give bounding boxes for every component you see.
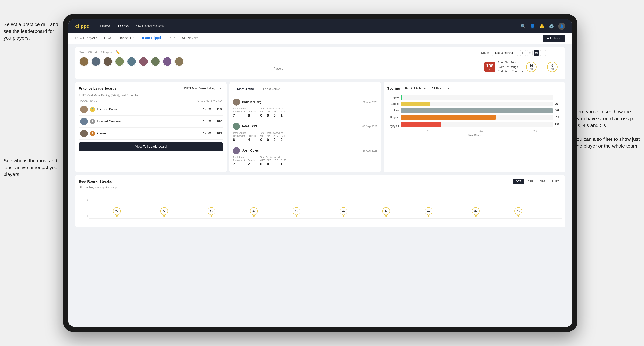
table-view-btn[interactable]: ≣ — [540, 50, 546, 56]
streak-filter-arg[interactable]: ARG — [537, 179, 548, 184]
show-period-select[interactable]: Last 3 months — [492, 50, 518, 56]
sub-nav-all-players[interactable]: All Players — [182, 36, 198, 41]
streak-node-10: 3x — [514, 207, 522, 217]
lb-avatar-2 — [80, 118, 88, 125]
lb-name-2: Edward Crossman — [97, 120, 198, 123]
streak-node-6: 4x — [340, 207, 348, 217]
leaderboard-dropdown[interactable]: PUTT Must Make Putting ... ▾ — [182, 86, 223, 91]
activity-player-3-stats: Total Rounds Tournament7 Practice2 Total… — [233, 156, 377, 166]
sub-nav-pgat[interactable]: PGAT Players — [75, 36, 97, 41]
bar-row-pars: Pars 499 — [387, 108, 562, 113]
shot-circle-end: 0 yds — [547, 62, 558, 72]
leaderboard-title: Practice Leaderboards — [79, 86, 116, 91]
streak-filter-app[interactable]: APP — [525, 179, 536, 184]
lb-avg-1: 110 — [213, 107, 222, 111]
bar-value-pars: 499 — [555, 109, 562, 112]
user-icon[interactable]: 👤 — [530, 24, 535, 29]
nav-bar: clippd Home Teams My Performance 🔍 👤 🔔 ⚙… — [68, 19, 572, 33]
bar-fill-bogeys — [401, 115, 496, 120]
lb-rank-3: 3 — [90, 131, 95, 136]
bar-fill-pars — [401, 108, 553, 113]
bar-label-bogeys: Bogeys — [387, 116, 399, 119]
bar-label-dbogeys: D. Bogeys + — [387, 121, 399, 128]
scoring-title: Scoring — [387, 86, 400, 91]
avatar[interactable]: 👤 — [558, 23, 565, 30]
lb-score-3: 17/20 — [200, 132, 211, 135]
lb-score-1: 19/20 — [200, 107, 211, 111]
streak-node-5: 5x — [292, 207, 300, 217]
leaderboard-card: Practice Leaderboards PUTT Must Make Put… — [75, 82, 226, 173]
add-team-button[interactable]: Add Team — [543, 35, 565, 42]
nav-link-home[interactable]: Home — [100, 24, 110, 28]
pa-avatar-3 — [233, 147, 240, 154]
bell-icon[interactable]: 🔔 — [539, 24, 544, 29]
pa-rounds-1: Total Rounds Tournament7 Practice6 — [233, 107, 256, 118]
shot-card: 198 SC Shot Dist: 16 yds Start Lie: Roug… — [481, 57, 561, 77]
bar-container-birdies — [401, 102, 553, 106]
bar-label-birdies: Birdies — [387, 102, 399, 106]
scoring-player-filter[interactable]: All Players — [428, 86, 450, 91]
search-icon[interactable]: 🔍 — [520, 24, 526, 29]
pa-avatar-1 — [233, 99, 240, 106]
sub-nav-hcaps[interactable]: Hcaps 1-5 — [118, 36, 134, 41]
streak-node-2: 6x — [160, 207, 168, 217]
chevron-down-icon: ▾ — [220, 87, 221, 90]
leaderboard-table-header: PLAYER NAME PB SCORE PB AVG SQ — [79, 99, 223, 102]
activity-player-3-header: Josh Coles 26 Aug 2023 — [233, 147, 377, 154]
sub-nav-tour[interactable]: Tour — [168, 36, 175, 41]
bar-chart: Eagles 3 Birdies 96 — [387, 95, 562, 128]
lb-rank-1: 🥇 — [90, 107, 95, 112]
nav-link-performance[interactable]: My Performance — [136, 24, 164, 28]
team-title: Team Clippd 14 Players — [80, 50, 112, 54]
bar-row-dbogeys: D. Bogeys + 131 — [387, 121, 562, 128]
bar-row-bogeys: Bogeys 311 — [387, 115, 562, 120]
streak-filter-ott[interactable]: OTT — [513, 179, 524, 184]
player-avatar-4 — [115, 57, 124, 66]
pa-name-2: Rees Britt — [242, 124, 360, 128]
activity-tabs: Most Active Least Active — [233, 86, 377, 93]
pa-date-3: 26 Aug 2023 — [362, 149, 377, 152]
tab-least-active[interactable]: Least Active — [259, 86, 284, 93]
tablet-frame: clippd Home Teams My Performance 🔍 👤 🔔 ⚙… — [63, 14, 578, 332]
player-avatar-7 — [151, 57, 160, 66]
bar-fill-eagles — [401, 95, 402, 100]
player-avatar-6 — [139, 57, 148, 66]
bar-label-eagles: Eagles — [387, 96, 399, 99]
streaks-chart: 6 4 7x — [79, 192, 562, 224]
chart-area: 7x 6x 6x — [89, 192, 562, 219]
card-view-btn[interactable]: ▦ — [534, 50, 539, 56]
nav-link-teams[interactable]: Teams — [118, 24, 129, 28]
bar-label-pars: Pars — [387, 109, 399, 112]
team-header: Team Clippd 14 Players ✏️ — [75, 47, 565, 79]
streak-filter-putt[interactable]: PUTT — [549, 179, 562, 184]
activity-player-1-stats: Total Rounds Tournament7 Practice6 Total… — [233, 107, 377, 118]
streaks-filter-group: OTT APP ARG PUTT — [513, 179, 562, 184]
streak-node-7: 4x — [382, 207, 390, 217]
tab-most-active[interactable]: Most Active — [233, 86, 259, 93]
shot-circle-start: 16 yds — [526, 62, 536, 72]
pa-date-2: 02 Sep 2023 — [362, 125, 377, 128]
player-avatar-1 — [80, 57, 88, 66]
lb-avg-3: 103 — [213, 132, 222, 135]
grid-view-btn[interactable]: ⊞ — [520, 50, 526, 56]
view-full-leaderboard-button[interactable]: View Full Leaderboard — [79, 142, 223, 151]
bar-container-bogeys — [401, 115, 553, 120]
sub-nav-pga[interactable]: PGA — [104, 36, 112, 41]
list-view-btn[interactable]: ≡ — [527, 50, 532, 56]
chart-y-labels: 6 4 — [79, 192, 89, 224]
settings-icon[interactable]: ⚙️ — [549, 24, 554, 29]
nav-links: Home Teams My Performance — [100, 24, 520, 28]
bar-fill-birdies — [401, 102, 430, 106]
lb-avg-2: 107 — [213, 120, 222, 123]
pa-date-1: 26 Aug 2023 — [362, 100, 377, 103]
scoring-par-filter[interactable]: Par 3, 4 & 5s — [402, 86, 426, 91]
pa-avatar-2 — [233, 123, 240, 130]
sub-nav-team-clippd[interactable]: Team Clippd — [142, 36, 161, 41]
edit-icon[interactable]: ✏️ — [116, 50, 120, 54]
activity-player-1-header: Blair McHarg 26 Aug 2023 — [233, 99, 377, 106]
streak-node-1: 7x — [113, 207, 121, 217]
leaderboard-subtitle: PUTT Must Make Putting (3-6 ft), Last 3 … — [79, 94, 223, 97]
bar-container-dbogeys — [401, 122, 553, 127]
bar-row-birdies: Birdies 96 — [387, 102, 562, 106]
leaderboard-header: Practice Leaderboards PUTT Must Make Put… — [79, 86, 223, 91]
